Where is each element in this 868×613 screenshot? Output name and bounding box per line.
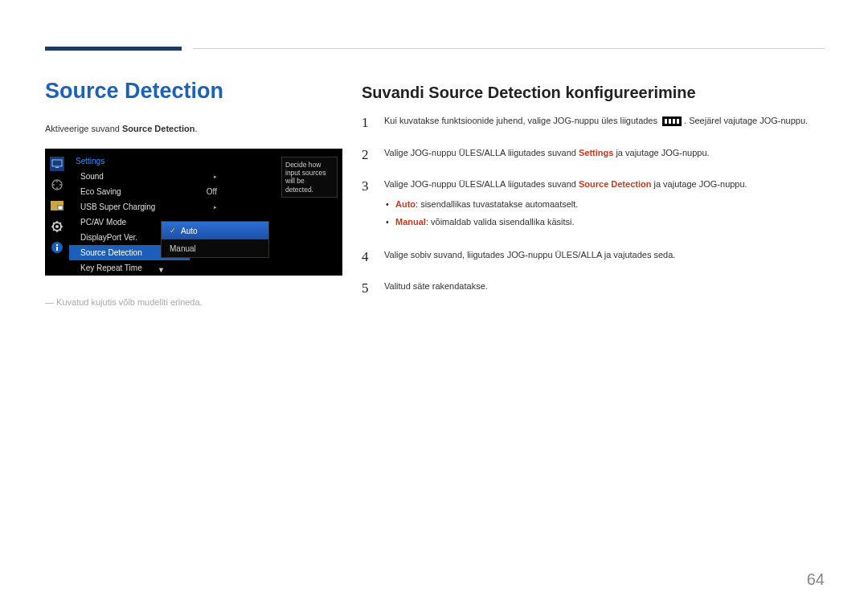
osd-item-label: Eco Saving [80, 187, 121, 196]
step-text: Valige JOG-nuppu ÜLES/ALLA liigutades su… [384, 179, 579, 189]
osd-item: Eco Saving [69, 184, 190, 199]
osd-menu-title: Settings [69, 153, 190, 169]
step-number: 3 [362, 176, 384, 235]
step-text: . Seejärel vajutage JOG-nuppu. [684, 116, 808, 125]
step-body: Valige sobiv suvand, liigutades JOG-nupp… [384, 247, 823, 268]
step-body: Valige JOG-nuppu ÜLES/ALLA liigutades su… [384, 145, 823, 166]
step-body: Kui kuvatakse funktsioonide juhend, vali… [384, 112, 823, 133]
svg-rect-1 [55, 167, 59, 168]
svg-rect-0 [52, 160, 62, 166]
steps-list: 1Kui kuvatakse funktsioonide juhend, val… [362, 112, 823, 310]
step: 5Valitud säte rakendatakse. [362, 278, 823, 299]
step: 1Kui kuvatakse funktsioonide juhend, val… [362, 112, 823, 133]
monitor-icon [50, 157, 64, 171]
intro-suffix: . [194, 124, 197, 133]
section-title: Source Detection [45, 79, 223, 104]
header-accent-bar [45, 47, 182, 51]
intro-text: Aktiveerige suvand Source Detection. [45, 124, 198, 133]
header-divider [193, 48, 825, 49]
osd-item-label: Sound [80, 172, 104, 181]
info-icon [50, 240, 64, 255]
osd-icon-column [45, 149, 69, 276]
osd-item-label: USB Super Charging [80, 202, 155, 211]
picture-icon [50, 178, 64, 192]
step-body: Valitud säte rakendatakse. [384, 278, 823, 299]
chevron-right-icon: ▸ [214, 204, 217, 210]
page-number: 64 [807, 570, 825, 589]
bullet-text: : võimaldab valida sisendallika käsitsi. [426, 217, 575, 227]
step-bullet: Manual: võimaldab valida sisendallika kä… [395, 215, 823, 229]
step-number: 4 [362, 247, 384, 268]
step-bullet: Auto: sisendallikas tuvastatakse automaa… [395, 198, 823, 211]
svg-point-3 [56, 181, 58, 182]
bullet-highlight: Manual [395, 217, 426, 227]
disclaimer-note: ― Kuvatud kujutis võib mudeliti erineda. [45, 297, 203, 307]
svg-rect-13 [56, 244, 58, 246]
step-number: 2 [362, 145, 384, 166]
osd-item: USB Super Charging [69, 199, 190, 215]
osd-item-label: PC/AV Mode [80, 218, 126, 227]
pip-icon [50, 198, 64, 213]
intro-strong: Source Detection [122, 124, 194, 133]
right-heading: Suvandi Source Detection konfigureerimin… [362, 84, 696, 102]
step: 2Valige JOG-nuppu ÜLES/ALLA liigutades s… [362, 145, 823, 166]
step-highlight: Settings [579, 148, 613, 157]
svg-point-6 [59, 184, 61, 186]
osd-item: Sound [69, 169, 190, 184]
step-number: 5 [362, 278, 384, 299]
svg-rect-8 [58, 206, 63, 210]
osd-item: Key Repeat Time [69, 260, 190, 276]
step-text: ja vajutage JOG-nuppu. [613, 148, 709, 157]
osd-submenu-option: Manual [162, 239, 268, 257]
step-text: Valige sobiv suvand, liigutades JOG-nupp… [384, 250, 675, 260]
osd-item-label: Key Repeat Time [80, 264, 142, 272]
step-text: Kui kuvatakse funktsioonide juhend, vali… [384, 116, 660, 125]
step: 4Valige sobiv suvand, liigutades JOG-nup… [362, 247, 823, 268]
menu-key-icon [662, 116, 682, 126]
step-text: ja vajutage JOG-nuppu. [651, 179, 747, 189]
svg-point-5 [53, 184, 55, 186]
scroll-down-icon: ▼ [158, 266, 165, 274]
bullet-text: : sisendallikas tuvastatakse automaatsel… [416, 199, 578, 209]
osd-item-label: Source Detection [80, 248, 142, 257]
check-icon: ✓ [170, 227, 176, 235]
osd-item-value [190, 260, 222, 276]
step-number: 1 [362, 112, 384, 133]
step-body: Valige JOG-nuppu ÜLES/ALLA liigutades su… [384, 176, 823, 235]
step: 3Valige JOG-nuppu ÜLES/ALLA liigutades s… [362, 176, 823, 235]
osd-tooltip: Decide how input sources will be detecte… [281, 157, 338, 198]
osd-submenu-label: Manual [170, 244, 196, 253]
settings-gear-icon [50, 219, 64, 234]
svg-point-10 [55, 225, 59, 228]
bullet-highlight: Auto [395, 199, 416, 209]
step-highlight: Source Detection [579, 179, 651, 189]
chevron-right-icon: ▸ [214, 174, 217, 180]
svg-point-4 [56, 187, 58, 189]
osd-item-value: ▸ [190, 169, 222, 184]
osd-submenu-label: Auto [181, 227, 198, 235]
osd-submenu: ✓AutoManual [161, 221, 269, 258]
step-text: Valitud säte rakendatakse. [384, 281, 488, 291]
step-text: Valige JOG-nuppu ÜLES/ALLA liigutades su… [384, 148, 579, 157]
step-bullets: Auto: sisendallikas tuvastatakse automaa… [395, 198, 823, 229]
osd-item-value: ▸ [190, 199, 222, 215]
osd-item-value: Off [190, 184, 222, 199]
osd-submenu-option: ✓Auto [162, 222, 268, 239]
svg-rect-12 [56, 247, 58, 251]
intro-prefix: Aktiveerige suvand [45, 124, 122, 133]
osd-item-label: DisplayPort Ver. [80, 233, 137, 242]
